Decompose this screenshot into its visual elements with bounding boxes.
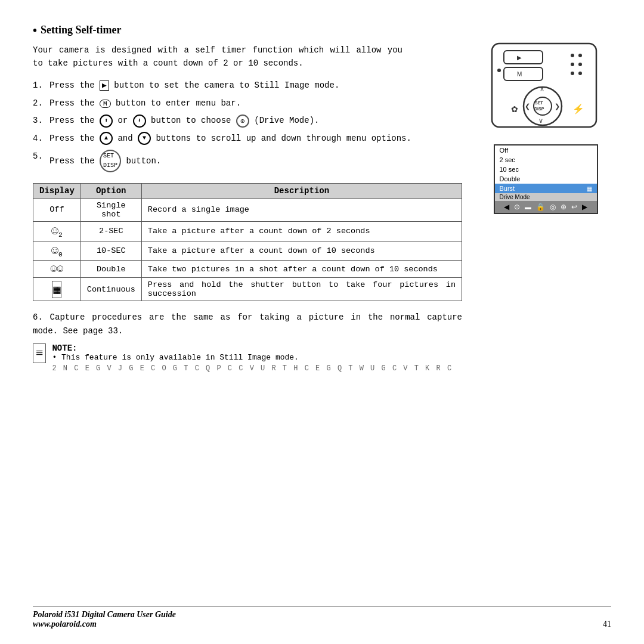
page: • Setting Self-timer Your camera is desi…: [0, 0, 644, 644]
option-continuous: Continuous: [80, 278, 141, 301]
svg-point-10: [578, 72, 582, 75]
col-option: Option: [80, 183, 141, 198]
svg-point-9: [571, 72, 574, 75]
step-4-num: 4.: [33, 132, 45, 146]
option-double: Double: [80, 261, 141, 278]
step-5-content: Press the SETDISP button.: [49, 150, 462, 172]
step-2-num: 2.: [33, 97, 45, 111]
steps-list: 1. Press the ▶ button to set the camera …: [33, 79, 462, 172]
bullet: •: [33, 24, 37, 36]
svg-text:∨: ∨: [538, 117, 543, 124]
step-1: 1. Press the ▶ button to set the camera …: [33, 79, 462, 93]
camera-diagram: ▶ M SET DISP ∧ ∨: [486, 38, 605, 136]
burst-label: Burst: [500, 185, 515, 192]
desc-10sec: Take a picture after a count down of 10 …: [141, 241, 462, 261]
step-2-content: Press the M button to enter menu bar.: [49, 97, 462, 110]
svg-rect-1: [504, 51, 543, 64]
nav-icon-4: ◎: [550, 203, 556, 211]
desc-2sec: Take a picture after a count down of 2 s…: [141, 221, 462, 241]
step-3-num: 3.: [33, 114, 45, 128]
step-4-content: Press the ▲ and ▼ buttons to scroll up a…: [49, 132, 462, 145]
footer-brand: Polaroid i531 Digital Camera User Guide: [33, 610, 176, 620]
right-content: ▶ M SET DISP ∧ ∨: [480, 38, 611, 373]
desc-double: Take two pictures in a shot after a coun…: [141, 261, 462, 278]
step-5: 5. Press the SETDISP button.: [33, 150, 462, 172]
menu-item-off: Off: [495, 145, 597, 155]
svg-text:❮: ❮: [525, 103, 530, 110]
drive-mode-icon: ⊙: [236, 114, 249, 128]
note-icon: ≡: [33, 343, 46, 363]
svg-text:▶: ▶: [517, 54, 522, 61]
option-2sec: 2-SEC: [80, 221, 141, 241]
up-nav-icon: ⬆: [100, 114, 113, 128]
svg-point-13: [534, 97, 552, 115]
step-5-num: 5.: [33, 150, 45, 164]
encoded-text: 2 N C E G V J G E C O G T C Q P C C V U …: [52, 364, 453, 373]
svg-point-5: [571, 54, 574, 57]
play-icon: ▶: [100, 80, 109, 91]
down-arrow-icon: ▼: [138, 132, 151, 145]
step-1-num: 1.: [33, 79, 45, 93]
nav-icon-2: ▬: [525, 203, 531, 210]
note-content: NOTE: • This feature is only available i…: [52, 343, 453, 373]
menu-item-2sec: 2 sec: [495, 155, 597, 165]
svg-text:SET: SET: [535, 101, 543, 105]
footer-url: www.polaroid.com: [33, 620, 176, 629]
nav-icon-5: ⊕: [561, 203, 566, 211]
intro-text: Your camera is designed with a self time…: [33, 44, 402, 70]
svg-text:✿: ✿: [511, 104, 518, 114]
note-title: NOTE:: [52, 343, 453, 353]
nav-icon-1: ⊙: [514, 203, 520, 211]
svg-text:⚡: ⚡: [572, 103, 584, 114]
desc-continuous: Press and hold the shutter button to tak…: [141, 278, 462, 301]
svg-point-7: [571, 63, 574, 66]
footer-left: Polaroid i531 Digital Camera User Guide …: [33, 610, 176, 629]
nav-icon-3: 🔒: [536, 203, 545, 211]
svg-text:❯: ❯: [555, 103, 560, 110]
menu-nav-bar: ◀ ⊙ ▬ 🔒 ◎ ⊕ ↩ ▶: [495, 201, 597, 213]
step-3: 3. Press the ⬆ or ⬇ button to choose ⊙ (…: [33, 114, 462, 128]
step-3-content: Press the ⬆ or ⬇ button to choose ⊙ (Dri…: [49, 114, 462, 127]
step-2: 2. Press the M button to enter menu bar.: [33, 97, 462, 111]
table-row: ☺☺ Double Take two pictures in a shot af…: [33, 261, 462, 278]
menu-button-icon: M: [100, 100, 111, 108]
svg-text:DISP: DISP: [534, 107, 544, 111]
option-single: Single shot: [80, 198, 141, 221]
svg-point-11: [497, 69, 501, 72]
menu-mockup: Off 2 sec 10 sec Double Burst ▦ Drive Mo…: [494, 144, 598, 214]
step-6: 6. Capture procedures are the same as fo…: [33, 311, 462, 338]
svg-text:∧: ∧: [540, 85, 544, 92]
note-section: ≡ NOTE: • This feature is only available…: [33, 343, 462, 373]
col-display: Display: [33, 183, 81, 198]
timer-10-icon: ☺: [51, 244, 58, 258]
nav-icon-6: ↩: [571, 203, 577, 211]
footer-page: 41: [603, 620, 611, 629]
menu-item-drivemode: Drive Mode: [495, 193, 597, 201]
burst-icon: ▦: [587, 185, 592, 192]
sub-2: 2: [58, 231, 63, 239]
display-double: ☺☺: [33, 261, 81, 278]
menu-item-burst: Burst ▦: [495, 184, 597, 193]
note-bullet: • This feature is only available in Stil…: [52, 353, 453, 362]
svg-point-8: [578, 63, 582, 66]
timer-double-icon: ☺☺: [51, 263, 64, 275]
table-header-row: Display Option Description: [33, 183, 462, 198]
left-content: Your camera is designed with a self time…: [33, 44, 462, 373]
option-10sec: 10-SEC: [80, 241, 141, 261]
continuous-icon: ▦: [52, 281, 61, 298]
display-off: Off: [33, 198, 81, 221]
section-title: • Setting Self-timer: [33, 24, 611, 36]
display-10sec: ☺0: [33, 241, 81, 261]
svg-text:M: M: [517, 71, 522, 78]
col-description: Description: [141, 183, 462, 198]
down-nav-icon: ⬇: [133, 114, 146, 128]
timer-2-icon: ☺: [51, 224, 58, 238]
options-table: Display Option Description Off Single sh…: [33, 183, 462, 301]
step-4: 4. Press the ▲ and ▼ buttons to scroll u…: [33, 132, 462, 146]
desc-single: Record a single image: [141, 198, 462, 221]
nav-right-arrow: ▶: [582, 203, 587, 211]
table-row: Off Single shot Record a single image: [33, 198, 462, 221]
sub-0: 0: [58, 250, 63, 258]
svg-rect-3: [504, 67, 543, 80]
up-arrow-icon: ▲: [100, 132, 113, 145]
